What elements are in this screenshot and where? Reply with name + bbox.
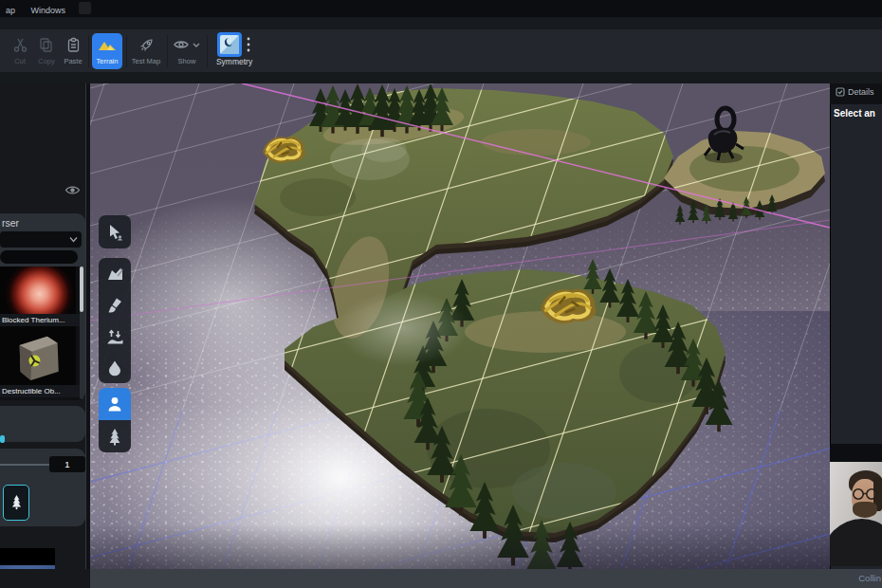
count-value-field[interactable]: 1: [49, 456, 85, 472]
tool-tree-button[interactable]: [99, 420, 131, 452]
details-icon: [836, 87, 845, 97]
section-panel: [0, 406, 85, 442]
person-icon: [106, 395, 123, 413]
toolbar: Cut Copy Paste: [0, 29, 882, 72]
asset-thumbnail-crate: [0, 326, 76, 385]
pine-tree-icon: [106, 428, 123, 446]
chevron-down-icon: [69, 236, 78, 243]
map-editor-window: ap Windows Cut Copy: [0, 0, 882, 588]
menu-bar: ap Windows: [0, 0, 882, 17]
asset-list-scrollbar[interactable]: [80, 266, 83, 399]
person-shirt: [830, 519, 882, 566]
tool-select-button[interactable]: [99, 215, 131, 248]
teal-accent: [0, 435, 5, 443]
kebab-menu-icon[interactable]: [246, 35, 251, 54]
asset-list: Blocked Therium... Destructible Ob...: [0, 266, 82, 400]
asset-item[interactable]: Destructible Ob...: [0, 326, 82, 397]
paste-button[interactable]: Paste: [61, 33, 85, 69]
viewport-3d[interactable]: [90, 83, 830, 569]
details-panel-footer: [830, 444, 882, 462]
tool-cliff-button[interactable]: [99, 258, 131, 289]
cursor-icon: [106, 223, 124, 241]
visibility-icon[interactable]: [64, 184, 81, 196]
status-bar: Collin: [0, 569, 882, 588]
details-tab[interactable]: Details: [830, 83, 882, 104]
webcam-overlay: [830, 462, 882, 566]
cliff-icon: [106, 266, 124, 282]
asset-browser-sidebar: rser Blocked Therium...: [0, 83, 90, 588]
tool-unit-button[interactable]: [99, 388, 131, 420]
eye-icon: [175, 42, 188, 47]
browser-panel-title: rser: [2, 217, 19, 229]
toolbar-spacer: [0, 17, 882, 29]
count-slider[interactable]: [0, 464, 49, 466]
panel-splitter[interactable]: [85, 83, 90, 588]
pine-tree-icon: [9, 493, 24, 512]
paintbrush-icon: [106, 297, 123, 314]
clipboard-icon: [66, 33, 81, 56]
asset-item[interactable]: Blocked Therium...: [0, 266, 82, 326]
mountain-icon: [98, 33, 117, 56]
symmetry-button[interactable]: Symmetry: [212, 33, 256, 69]
person-glasses: [851, 487, 881, 501]
test-map-button[interactable]: Test Map: [130, 33, 162, 69]
details-tab-label: Details: [848, 87, 874, 97]
water-droplet-icon: [107, 359, 122, 377]
show-button[interactable]: Show: [171, 33, 203, 69]
tool-paint-button[interactable]: [99, 289, 131, 321]
terrain-button[interactable]: Terrain: [92, 33, 122, 69]
category-dropdown[interactable]: [0, 231, 82, 248]
scissors-icon: [12, 33, 28, 56]
tool-raise-lower-button[interactable]: [99, 321, 131, 352]
rocket-icon: [138, 33, 155, 56]
selected-brush-tile[interactable]: [3, 485, 29, 521]
copy-icon: [39, 33, 54, 56]
toolbar-bottom-spacer: [0, 72, 882, 83]
menu-toolbar-toggle[interactable]: [79, 2, 91, 14]
person-beard: [853, 502, 877, 518]
symmetry-icon: [217, 32, 242, 57]
tool-water-button[interactable]: [99, 352, 131, 383]
status-caption: Collin: [858, 573, 881, 583]
chevron-down-icon: [193, 44, 199, 46]
details-empty-message: Select an: [834, 108, 882, 119]
cut-button[interactable]: Cut: [8, 33, 32, 69]
raise-lower-icon: [106, 328, 124, 345]
copy-button[interactable]: Copy: [34, 33, 59, 69]
asset-search-input[interactable]: [0, 250, 78, 264]
asset-thumbnail-therium: [0, 266, 76, 314]
status-bar-left: [0, 569, 90, 588]
